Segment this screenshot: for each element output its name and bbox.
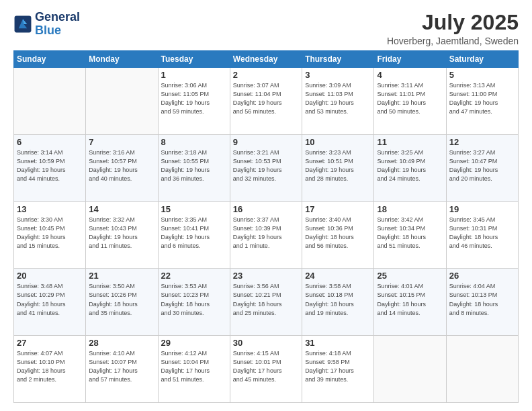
- day-info: Sunrise: 3:27 AM Sunset: 10:47 PM Daylig…: [449, 148, 515, 183]
- day-number: 18: [377, 204, 443, 214]
- calendar-cell: 3Sunrise: 3:09 AM Sunset: 11:03 PM Dayli…: [302, 68, 374, 135]
- calendar-cell: 22Sunrise: 3:53 AM Sunset: 10:23 PM Dayl…: [158, 269, 230, 336]
- day-number: 26: [449, 271, 515, 281]
- day-number: 31: [305, 338, 371, 348]
- day-number: 24: [305, 271, 371, 281]
- calendar-header-row: SundayMondayTuesdayWednesdayThursdayFrid…: [14, 51, 519, 68]
- day-info: Sunrise: 4:10 AM Sunset: 10:07 PM Daylig…: [89, 349, 154, 384]
- day-info: Sunrise: 4:18 AM Sunset: 9:58 PM Dayligh…: [305, 349, 371, 384]
- day-number: 30: [233, 338, 299, 348]
- calendar-cell: 16Sunrise: 3:37 AM Sunset: 10:39 PM Dayl…: [230, 201, 302, 269]
- day-info: Sunrise: 3:18 AM Sunset: 10:55 PM Daylig…: [161, 148, 227, 183]
- day-info: Sunrise: 3:30 AM Sunset: 10:45 PM Daylig…: [17, 216, 83, 250]
- day-number: 8: [161, 137, 227, 147]
- day-info: Sunrise: 3:42 AM Sunset: 10:34 PM Daylig…: [377, 216, 443, 250]
- calendar-cell: 29Sunrise: 4:12 AM Sunset: 10:04 PM Dayl…: [158, 336, 230, 403]
- day-number: 15: [161, 204, 227, 214]
- day-info: Sunrise: 3:45 AM Sunset: 10:31 PM Daylig…: [449, 216, 515, 250]
- day-info: Sunrise: 3:50 AM Sunset: 10:26 PM Daylig…: [89, 282, 154, 317]
- calendar-table: SundayMondayTuesdayWednesdayThursdayFrid…: [13, 50, 519, 403]
- day-info: Sunrise: 3:23 AM Sunset: 10:51 PM Daylig…: [305, 148, 371, 183]
- day-info: Sunrise: 3:07 AM Sunset: 11:04 PM Daylig…: [233, 81, 299, 116]
- calendar-cell: [446, 336, 518, 403]
- calendar-cell: [86, 68, 158, 135]
- day-number: 7: [89, 137, 154, 147]
- day-info: Sunrise: 3:32 AM Sunset: 10:43 PM Daylig…: [89, 216, 154, 250]
- month-title: July 2025: [387, 11, 519, 34]
- day-number: 25: [377, 271, 443, 281]
- day-number: 16: [233, 204, 299, 214]
- day-number: 9: [233, 137, 299, 147]
- calendar-cell: 27Sunrise: 4:07 AM Sunset: 10:10 PM Dayl…: [14, 336, 86, 403]
- calendar-cell: 9Sunrise: 3:21 AM Sunset: 10:53 PM Dayli…: [230, 134, 302, 201]
- day-info: Sunrise: 3:06 AM Sunset: 11:05 PM Daylig…: [161, 81, 227, 116]
- day-info: Sunrise: 4:01 AM Sunset: 10:15 PM Daylig…: [377, 282, 443, 317]
- calendar-cell: 7Sunrise: 3:16 AM Sunset: 10:57 PM Dayli…: [86, 134, 158, 201]
- calendar-header-thursday: Thursday: [302, 51, 374, 68]
- day-number: 27: [17, 338, 83, 348]
- day-number: 10: [305, 137, 371, 147]
- day-number: 3: [305, 70, 371, 80]
- day-info: Sunrise: 3:14 AM Sunset: 10:59 PM Daylig…: [17, 148, 83, 183]
- calendar-cell: 10Sunrise: 3:23 AM Sunset: 10:51 PM Dayl…: [302, 134, 374, 201]
- calendar-cell: 6Sunrise: 3:14 AM Sunset: 10:59 PM Dayli…: [14, 134, 86, 201]
- day-info: Sunrise: 3:09 AM Sunset: 11:03 PM Daylig…: [305, 81, 371, 116]
- calendar-cell: 30Sunrise: 4:15 AM Sunset: 10:01 PM Dayl…: [230, 336, 302, 403]
- calendar-cell: 25Sunrise: 4:01 AM Sunset: 10:15 PM Dayl…: [374, 269, 446, 336]
- calendar-cell: 15Sunrise: 3:35 AM Sunset: 10:41 PM Dayl…: [158, 201, 230, 269]
- location: Hoverberg, Jaemtland, Sweden: [387, 36, 519, 46]
- day-number: 11: [377, 137, 443, 147]
- calendar-header-friday: Friday: [374, 51, 446, 68]
- day-info: Sunrise: 3:21 AM Sunset: 10:53 PM Daylig…: [233, 148, 299, 183]
- day-info: Sunrise: 3:58 AM Sunset: 10:18 PM Daylig…: [305, 282, 371, 317]
- day-number: 17: [305, 204, 371, 214]
- calendar-cell: 17Sunrise: 3:40 AM Sunset: 10:36 PM Dayl…: [302, 201, 374, 269]
- day-number: 29: [161, 338, 227, 348]
- calendar-cell: 12Sunrise: 3:27 AM Sunset: 10:47 PM Dayl…: [446, 134, 518, 201]
- calendar-cell: 26Sunrise: 4:04 AM Sunset: 10:13 PM Dayl…: [446, 269, 518, 336]
- day-info: Sunrise: 4:07 AM Sunset: 10:10 PM Daylig…: [17, 349, 83, 384]
- day-number: 22: [161, 271, 227, 281]
- calendar-header-monday: Monday: [86, 51, 158, 68]
- day-number: 4: [377, 70, 443, 80]
- day-info: Sunrise: 4:12 AM Sunset: 10:04 PM Daylig…: [161, 349, 227, 384]
- calendar-header-saturday: Saturday: [446, 51, 518, 68]
- calendar-header-sunday: Sunday: [14, 51, 86, 68]
- calendar-week-row: 1Sunrise: 3:06 AM Sunset: 11:05 PM Dayli…: [14, 68, 519, 135]
- calendar-cell: 23Sunrise: 3:56 AM Sunset: 10:21 PM Dayl…: [230, 269, 302, 336]
- day-number: 12: [449, 137, 515, 147]
- calendar-cell: 13Sunrise: 3:30 AM Sunset: 10:45 PM Dayl…: [14, 201, 86, 269]
- calendar-cell: 14Sunrise: 3:32 AM Sunset: 10:43 PM Dayl…: [86, 201, 158, 269]
- day-info: Sunrise: 3:16 AM Sunset: 10:57 PM Daylig…: [89, 148, 154, 183]
- day-info: Sunrise: 3:40 AM Sunset: 10:36 PM Daylig…: [305, 216, 371, 250]
- day-info: Sunrise: 3:53 AM Sunset: 10:23 PM Daylig…: [161, 282, 227, 317]
- calendar-cell: 8Sunrise: 3:18 AM Sunset: 10:55 PM Dayli…: [158, 134, 230, 201]
- day-info: Sunrise: 3:11 AM Sunset: 11:01 PM Daylig…: [377, 81, 443, 116]
- calendar-week-row: 6Sunrise: 3:14 AM Sunset: 10:59 PM Dayli…: [14, 134, 519, 201]
- calendar-week-row: 13Sunrise: 3:30 AM Sunset: 10:45 PM Dayl…: [14, 201, 519, 269]
- calendar-header-wednesday: Wednesday: [230, 51, 302, 68]
- calendar-cell: 11Sunrise: 3:25 AM Sunset: 10:49 PM Dayl…: [374, 134, 446, 201]
- day-number: 21: [89, 271, 154, 281]
- day-number: 2: [233, 70, 299, 80]
- header: General Blue July 2025 Hoverberg, Jaemtl…: [13, 11, 519, 46]
- calendar-cell: 28Sunrise: 4:10 AM Sunset: 10:07 PM Dayl…: [86, 336, 158, 403]
- day-number: 14: [89, 204, 154, 214]
- calendar-cell: 2Sunrise: 3:07 AM Sunset: 11:04 PM Dayli…: [230, 68, 302, 135]
- day-number: 28: [89, 338, 154, 348]
- day-number: 23: [233, 271, 299, 281]
- day-info: Sunrise: 3:35 AM Sunset: 10:41 PM Daylig…: [161, 216, 227, 250]
- calendar-cell: [14, 68, 86, 135]
- calendar-cell: 19Sunrise: 3:45 AM Sunset: 10:31 PM Dayl…: [446, 201, 518, 269]
- day-info: Sunrise: 3:25 AM Sunset: 10:49 PM Daylig…: [377, 148, 443, 183]
- day-info: Sunrise: 3:48 AM Sunset: 10:29 PM Daylig…: [17, 282, 83, 317]
- calendar-cell: 20Sunrise: 3:48 AM Sunset: 10:29 PM Dayl…: [14, 269, 86, 336]
- page: General Blue July 2025 Hoverberg, Jaemtl…: [0, 0, 532, 411]
- calendar-cell: 24Sunrise: 3:58 AM Sunset: 10:18 PM Dayl…: [302, 269, 374, 336]
- day-number: 6: [17, 137, 83, 147]
- day-number: 20: [17, 271, 83, 281]
- title-block: July 2025 Hoverberg, Jaemtland, Sweden: [387, 11, 519, 46]
- calendar-cell: 4Sunrise: 3:11 AM Sunset: 11:01 PM Dayli…: [374, 68, 446, 135]
- logo-icon: [13, 15, 32, 34]
- calendar-cell: 21Sunrise: 3:50 AM Sunset: 10:26 PM Dayl…: [86, 269, 158, 336]
